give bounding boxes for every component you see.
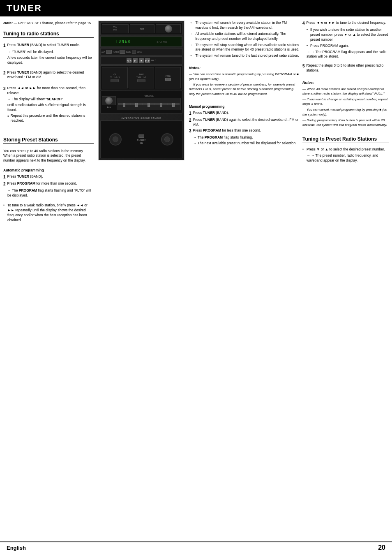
auto-results-block: → The system will search for every avail…: [189, 21, 300, 60]
step3-note2: Repeat this procedure until the desired …: [7, 113, 94, 123]
right-column: → The system will search for every avail…: [189, 21, 300, 537]
left-speaker: [109, 133, 122, 146]
manual-step3-text: Press PROGRAM for less than one second.: [193, 128, 261, 134]
storing-section-title: Storing Preset Stations: [3, 137, 94, 144]
step4-bullet2: Press PROGRAM again.: [310, 44, 349, 49]
slider2: [130, 103, 143, 105]
volume-knob: [165, 25, 172, 32]
center-column: VEC DBB MAX TUNER 87.5MHz: [96, 21, 187, 537]
slider1: [118, 103, 130, 105]
bullet-dot: [7, 113, 9, 123]
auto-note1: You can cancel the automatic programming…: [189, 72, 299, 81]
step1-note: A few seconds later, the current radio f…: [7, 56, 94, 65]
tuning-result: → The preset number, radio frequency, an…: [307, 153, 378, 162]
weak-station-bullet: • To tune to a weak radio station, brief…: [3, 203, 94, 224]
step1-text: Press TUNER (BAND) to select TUNER mode.: [7, 43, 80, 49]
standby-btn: [138, 134, 144, 138]
prev-btn: ◄◄: [127, 58, 131, 63]
right-note2: If you want to change an existing preset…: [302, 97, 387, 106]
manual-step3-result: → The PROGRAM flag starts flashing.: [193, 135, 300, 140]
auto-text4: The system will remain tuned to the last…: [196, 53, 299, 58]
right-notes: Notes: — When 40 radio stations are stor…: [302, 80, 389, 127]
step4-result: → The PROGRAM flag disappears and the ra…: [307, 50, 387, 59]
step3-result: → The display will show "SEARCH": [7, 97, 94, 102]
center-controls: STANDBY ON: [137, 134, 145, 144]
step5-text: Repeat the steps 3 to 5 to store other p…: [307, 63, 389, 73]
step3-block: 3 Press ◄◄ or ►► for more than one secon…: [3, 86, 94, 124]
auto-prog-title: Automatic programming: [3, 168, 94, 173]
step3-text: Press ◄◄ or ►► for more than one second,…: [7, 86, 94, 96]
device-body: VEC DBB MAX TUNER 87.5MHz: [99, 21, 184, 160]
auto-text2: All available radio stations will be sto…: [196, 32, 300, 42]
page-title: TUNER: [7, 3, 42, 14]
tuning-section-title: Tuning to radio stations: [3, 31, 94, 38]
manual-step1-text: Press TUNER (BAND).: [193, 111, 229, 116]
step3-note1: until a radio station with sufficient si…: [7, 103, 94, 113]
tape-btn: [137, 79, 145, 82]
page-container: TUNER Note: — For EASY SET feature, plea…: [0, 0, 392, 553]
tuning-bullet1: Press ▼ or ▲ to select the desired prese…: [307, 147, 385, 152]
step1-number: 1: [3, 43, 6, 49]
step3-number: 3: [3, 86, 6, 96]
tape-section: TAPE TAPE 1-2: [129, 67, 154, 88]
step5-number: 5: [302, 63, 305, 73]
right-note3: You can cancel manual programming by pre…: [302, 108, 387, 116]
auto-note2: If you want to reserve a section of pres…: [189, 83, 295, 95]
prog-section: PROG: [155, 67, 181, 88]
manual-step1-num: 1: [189, 111, 191, 116]
aux-btn: [106, 50, 112, 54]
bottom-controls: PAN PERSONAL: [100, 91, 182, 113]
auto-step2-text: Press PROGRAM for more than one second.: [7, 181, 77, 187]
stop-btn: ■: [139, 58, 144, 63]
main-content: Note: — For EASY SET feature, please ref…: [0, 16, 392, 541]
bottom-knob: [105, 97, 113, 104]
tuning-preset-title: Tuning to Preset Radio Stations: [302, 136, 389, 143]
manual-prog-block: Manual programming 1 Press TUNER (BAND).…: [189, 104, 300, 146]
prog-btn: [165, 78, 171, 81]
storing-intro: You can store up to 40 radio stations in…: [3, 149, 94, 164]
step1-block: 1 Press TUNER (BAND) to select TUNER mod…: [3, 43, 94, 65]
step1-result: → "TUNER" will be displayed.: [7, 50, 94, 55]
auto-step2-num: 2: [3, 181, 6, 187]
step4-bullet1: If you wish to store the radio station t…: [310, 28, 389, 42]
step4-block: 4 Press ◄◄ or ►► to tune to the desired …: [302, 21, 389, 59]
left-column: Note: — For EASY SET feature, please ref…: [3, 21, 94, 537]
step4-number: 4: [302, 21, 305, 26]
manual-step2-text: Press TUNER (BAND) again to select the d…: [193, 118, 300, 127]
speaker-area: STANDBY ON: [100, 120, 182, 158]
note-text: — For EASY SET feature, please refer to …: [14, 21, 92, 25]
step5-block: 5 Repeat the steps 3 to 5 to store other…: [302, 63, 389, 74]
page-header: TUNER: [0, 0, 392, 16]
note-label: Note:: [3, 21, 13, 25]
slider5: [167, 103, 180, 105]
manual-step3-note: → The next available preset number will …: [193, 141, 300, 146]
auto-text3: The system will stop searching when all …: [196, 43, 300, 53]
page-footer: English 20: [0, 541, 392, 553]
right-speaker: [161, 133, 173, 146]
auto-notes: Notes: — You can cancel the automatic pr…: [189, 65, 300, 96]
footer-language: English: [7, 545, 26, 551]
slider4: [155, 103, 167, 105]
note-block: Note: — For EASY SET feature, please ref…: [3, 21, 94, 26]
far-right-column: 4 Press ◄◄ or ►► to tune to the desired …: [302, 21, 389, 537]
cd-section: CD CD 1-2-3: [102, 67, 128, 88]
device-display-text: TUNER: [115, 39, 131, 44]
device-illustration: VEC DBB MAX TUNER 87.5MHz: [98, 21, 184, 160]
next-btn: ►►: [145, 58, 150, 63]
tuner-btn: [120, 50, 125, 54]
auto-step2-result: → The PROGRAM flag starts flashing and "…: [7, 188, 94, 198]
band-btn: [132, 50, 136, 54]
auto-step1-num: 1: [3, 174, 6, 180]
auto-text1: The system will search for every availab…: [196, 21, 300, 30]
studio-label-area: INTERACTIVE SOUND STUDIO: [100, 114, 182, 120]
step2-text: Press TUNER (BAND) again to select the d…: [7, 70, 94, 80]
right-note4: During programming. If no button is pres…: [302, 118, 387, 127]
cd-btn: [111, 79, 119, 82]
manual-step2-num: 2: [189, 118, 191, 127]
weak-station-text: To tune to a weak radio station, briefly…: [7, 203, 94, 223]
studio-label: INTERACTIVE SOUND STUDIO: [122, 117, 161, 119]
step3-bullet: Repeat this procedure until the desired …: [11, 113, 94, 123]
auto-step1-text: Press TUNER (BAND).: [7, 174, 43, 180]
manual-prog-title: Manual programming: [189, 104, 300, 109]
step2-block: 2 Press TUNER (BAND) again to select the…: [3, 70, 94, 81]
